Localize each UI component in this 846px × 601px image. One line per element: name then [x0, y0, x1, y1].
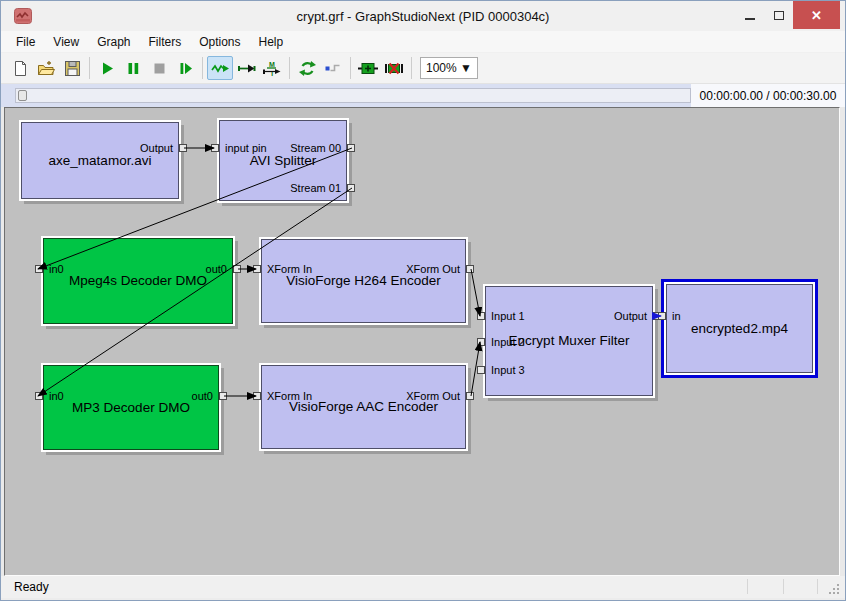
seekbar-toggle-icon [324, 61, 342, 76]
remove-filter-icon [384, 61, 404, 76]
mux-tee-icon: MT [262, 60, 282, 77]
menu-file[interactable]: File [7, 33, 44, 51]
toolbar-separator [202, 57, 203, 79]
graph-canvas[interactable]: axe_matamor.aviOutputAVI Splitterinput p… [4, 107, 840, 576]
pin-label: XForm Out [406, 390, 460, 402]
open-file-icon [37, 60, 55, 77]
menu-graph[interactable]: Graph [88, 33, 139, 51]
pin[interactable] [477, 366, 485, 374]
remove-filter-button[interactable] [381, 56, 407, 80]
filter-node-aac[interactable]: VisioForge AAC EncoderXForm InXForm Out [261, 365, 466, 449]
new-document-icon [12, 60, 29, 77]
direct-connect-button[interactable] [233, 56, 259, 80]
zoom-value: 100% [426, 61, 457, 75]
statusbar-separator [747, 579, 748, 594]
titlebar: crypt.grf - GraphStudioNext (PID 0000304… [1, 1, 845, 31]
play-button[interactable] [94, 56, 120, 80]
seek-thumb[interactable] [18, 90, 27, 101]
pin-label: XForm In [267, 390, 312, 402]
filter-title: encrypted2.mp4 [667, 321, 812, 336]
resize-grip[interactable] [828, 583, 839, 594]
new-document-button[interactable] [7, 56, 33, 80]
insert-filter-icon [358, 61, 378, 76]
pause-icon [126, 61, 141, 76]
pin-label: Stream 00 [290, 142, 341, 154]
pin[interactable] [466, 265, 474, 273]
filter-node-src[interactable]: axe_matamor.aviOutput [21, 122, 179, 199]
filter-node-mpeg4s[interactable]: Mpeg4s Decoder DMOin0out0 [43, 238, 233, 324]
toolbar-separator [289, 57, 290, 79]
canvas-frame: axe_matamor.aviOutputAVI Splitterinput p… [1, 107, 845, 576]
statusbar: Ready [1, 576, 845, 598]
filter-title: VisioForge H264 Encoder [262, 273, 465, 288]
maximize-button[interactable] [764, 1, 793, 29]
direct-connect-icon [237, 61, 256, 76]
pause-button[interactable] [120, 56, 146, 80]
menu-help[interactable]: Help [250, 33, 293, 51]
seekbar-toggle-button[interactable] [320, 56, 346, 80]
zoom-select[interactable]: 100% ▼ [420, 57, 478, 79]
filter-node-enc2[interactable]: encrypted2.mp4in [666, 284, 813, 373]
pin-label: Stream 01 [290, 182, 341, 194]
pin-label: in0 [49, 390, 64, 402]
pin-label: Input 3 [491, 364, 525, 376]
pin[interactable] [466, 392, 474, 400]
minimize-icon [745, 18, 755, 20]
filter-node-h264[interactable]: VisioForge H264 EncoderXForm InXForm Out [261, 239, 466, 323]
pin[interactable] [477, 338, 485, 346]
insert-filter-button[interactable] [355, 56, 381, 80]
menubar: File View Graph Filters Options Help [1, 31, 845, 53]
filter-node-muxer[interactable]: Encrypt Muxer FilterInput 1Input 2Input … [485, 286, 653, 396]
save-button[interactable] [59, 56, 85, 80]
step-button[interactable] [172, 56, 198, 80]
statusbar-separator [817, 579, 818, 594]
intelligent-connect-button[interactable] [207, 56, 233, 80]
app-window: crypt.grf - GraphStudioNext (PID 0000304… [0, 0, 846, 601]
open-file-button[interactable] [33, 56, 59, 80]
menu-view[interactable]: View [44, 33, 88, 51]
stop-button[interactable] [146, 56, 172, 80]
pin-label: Output [140, 142, 173, 154]
close-button[interactable]: ✕ [793, 1, 840, 29]
filter-title: axe_matamor.avi [22, 153, 178, 168]
intelligent-connect-icon [211, 61, 230, 76]
pin-label: XForm In [267, 263, 312, 275]
menu-filters[interactable]: Filters [140, 33, 191, 51]
refresh-button[interactable] [294, 56, 320, 80]
filter-title: AVI Splitter [220, 153, 346, 168]
pin-label: in [672, 310, 681, 322]
minimize-button[interactable] [735, 1, 764, 29]
maximize-icon [774, 11, 784, 20]
mux-tee-button[interactable]: MT [259, 56, 285, 80]
caption-buttons: ✕ [735, 1, 840, 29]
time-pane: 00:00:00.00 / 00:00:30.00 [691, 84, 845, 107]
pin-label: Input 2 [491, 336, 525, 348]
stop-icon [152, 61, 167, 76]
pin-label: input pin [225, 142, 267, 154]
toolbar-separator [89, 57, 90, 79]
play-icon [100, 61, 115, 76]
filter-node-mp3[interactable]: MP3 Decoder DMOin0out0 [43, 365, 219, 450]
filter-node-splitter[interactable]: AVI Splitterinput pinStream 00Stream 01 [219, 120, 347, 201]
toolbar-separator [350, 57, 351, 79]
window-title: crypt.grf - GraphStudioNext (PID 0000304… [1, 9, 845, 24]
statusbar-separator [783, 579, 784, 594]
step-icon [178, 61, 193, 76]
save-icon [64, 60, 81, 77]
menu-options[interactable]: Options [190, 33, 249, 51]
toolbar: MT 100% ▼ [1, 53, 845, 84]
pin-label: in0 [49, 263, 64, 275]
connection-line[interactable] [471, 269, 480, 316]
pin[interactable] [477, 312, 485, 320]
pin-label: Output [614, 310, 647, 322]
pin-label: out0 [192, 390, 213, 402]
chevron-down-icon: ▼ [460, 61, 472, 75]
pin-label: Input 1 [491, 310, 525, 322]
pin-label: XForm Out [406, 263, 460, 275]
refresh-icon [299, 60, 316, 77]
seek-slider[interactable] [15, 88, 691, 103]
status-text: Ready [1, 580, 49, 594]
svg-text:M: M [269, 60, 275, 67]
toolbar-separator [411, 57, 412, 79]
time-display: 00:00:00.00 / 00:00:30.00 [700, 89, 837, 103]
